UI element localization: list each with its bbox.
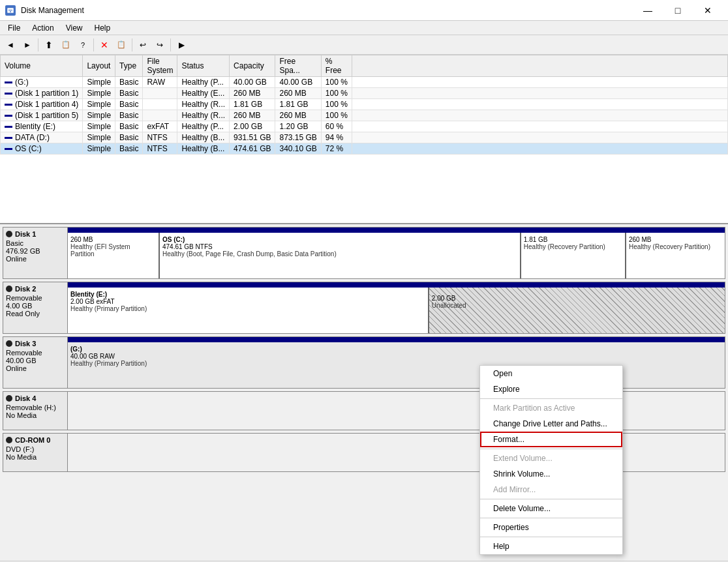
window-controls: — □ ✕ xyxy=(633,0,723,21)
up-button[interactable]: ⬆ xyxy=(41,37,57,53)
forward-button[interactable]: ► xyxy=(20,37,35,53)
properties-button[interactable]: 📋 xyxy=(58,37,74,53)
disk3-status: Online xyxy=(6,364,65,372)
disk4-visual xyxy=(68,391,725,430)
col-extra xyxy=(352,55,727,77)
cell-type: Basic xyxy=(115,132,143,143)
cell-capacity: 474.61 GB xyxy=(230,143,275,155)
cell-volume: (Disk 1 partition 5) xyxy=(1,110,83,121)
cdrom0-type: DVD (F:) xyxy=(6,445,65,453)
context-menu: Open Explore Mark Partition as Active Ch… xyxy=(479,365,623,555)
disk4-status: No Media xyxy=(6,411,65,419)
cell-volume: DATA (D:) xyxy=(1,132,83,143)
ctx-format[interactable]: Format... xyxy=(480,432,622,447)
cell-free: 873.15 GB xyxy=(275,132,321,143)
cell-extra xyxy=(352,99,727,110)
cell-free: 340.10 GB xyxy=(275,143,321,155)
table-row[interactable]: DATA (D:) Simple Basic NTFS Healthy (B..… xyxy=(1,132,728,143)
undo-button[interactable]: ↩ xyxy=(135,37,151,53)
disk1-part1[interactable]: 260 MB Healthy (EFI System Partition xyxy=(68,233,160,278)
delete-button[interactable]: ✕ xyxy=(97,37,112,53)
maximize-button[interactable]: □ xyxy=(663,0,693,21)
col-volume: Volume xyxy=(1,55,83,77)
menu-file[interactable]: File xyxy=(3,22,25,34)
cell-pct: 60 % xyxy=(321,121,352,132)
disk2-unalloc[interactable]: 2.00 GB Unallocated xyxy=(429,288,725,333)
ctx-shrink[interactable]: Shrink Volume... xyxy=(480,466,622,482)
cell-capacity: 260 MB xyxy=(230,110,275,121)
disk1-part4[interactable]: 260 MB Healthy (Recovery Partition) xyxy=(626,233,725,278)
toolbar-separator-1 xyxy=(38,38,38,52)
cell-type: Basic xyxy=(115,77,143,88)
disk2-visual: Blentity (E:) 2.00 GB exFAT Healthy (Pri… xyxy=(68,282,725,334)
disk2-size: 4.00 GB xyxy=(6,302,65,310)
cell-volume: (G:) xyxy=(1,77,83,88)
ctx-help[interactable]: Help xyxy=(480,539,622,554)
cell-capacity: 40.00 GB xyxy=(230,77,275,88)
volume-table-section: Volume Layout Type File System Status Ca… xyxy=(0,55,728,224)
col-free: Free Spa... xyxy=(275,55,321,77)
ctx-sep5 xyxy=(480,537,622,537)
disk4-name: Disk 4 xyxy=(15,394,36,402)
ctx-sep3 xyxy=(480,499,622,499)
disk3-part1[interactable]: (G:) 40.00 GB RAW Healthy (Primary Parti… xyxy=(68,342,725,388)
ctx-sep4 xyxy=(480,518,622,518)
col-status: Status xyxy=(177,55,230,77)
cell-pct: 100 % xyxy=(321,99,352,110)
cell-layout: Simple xyxy=(83,143,115,155)
cell-free: 1.20 GB xyxy=(275,121,321,132)
redo-button[interactable]: ↪ xyxy=(152,37,168,53)
cell-type: Basic xyxy=(115,110,143,121)
table-row[interactable]: (G:) Simple Basic RAW Healthy (P... 40.0… xyxy=(1,77,728,88)
ctx-extend: Extend Volume... xyxy=(480,451,622,466)
table-row[interactable]: (Disk 1 partition 5) Simple Basic Health… xyxy=(1,110,728,121)
ctx-sep2 xyxy=(480,449,622,449)
close-button[interactable]: ✕ xyxy=(693,0,723,21)
cell-layout: Simple xyxy=(83,88,115,99)
cell-extra xyxy=(352,132,727,143)
menu-action[interactable]: Action xyxy=(27,22,59,34)
ctx-explore[interactable]: Explore xyxy=(480,381,622,397)
cdrom0-name: CD-ROM 0 xyxy=(15,436,50,444)
disk1-part3[interactable]: 1.81 GB Healthy (Recovery Partition) xyxy=(521,233,626,278)
toolbar: ◄ ► ⬆ 📋 ? ✕ 📋 ↩ ↪ ▶ xyxy=(0,35,728,55)
toolbar-separator-4 xyxy=(170,38,171,52)
disk4-type: Removable (H:) xyxy=(6,404,65,411)
ctx-delete[interactable]: Delete Volume... xyxy=(480,501,622,516)
cell-free: 260 MB xyxy=(275,110,321,121)
run-button[interactable]: ▶ xyxy=(174,37,189,53)
cell-capacity: 2.00 GB xyxy=(230,121,275,132)
cell-status: Healthy (P... xyxy=(177,121,230,132)
help-toolbar-button[interactable]: ? xyxy=(75,37,91,53)
table-row[interactable]: OS (C:) Simple Basic NTFS Healthy (B... … xyxy=(1,143,728,155)
ctx-sep1 xyxy=(480,398,622,399)
table-row[interactable]: (Disk 1 partition 1) Simple Basic Health… xyxy=(1,88,728,99)
disk2-info: Disk 2 Removable 4.00 GB Read Only xyxy=(3,282,68,334)
menu-help[interactable]: Help xyxy=(89,22,116,34)
menu-view[interactable]: View xyxy=(61,22,88,34)
disk2-name: Disk 2 xyxy=(15,285,36,293)
ctx-change-letter[interactable]: Change Drive Letter and Paths... xyxy=(480,416,622,432)
disk1-info: Disk 1 Basic 476.92 GB Online xyxy=(3,227,68,279)
ctx-open[interactable]: Open xyxy=(480,366,622,381)
toolbar-separator-2 xyxy=(93,38,94,52)
table-row[interactable]: (Disk 1 partition 4) Simple Basic Health… xyxy=(1,99,728,110)
copy-button[interactable]: 📋 xyxy=(114,37,129,53)
disk1-part2[interactable]: OS (C:) 474.61 GB NTFS Healthy (Boot, Pa… xyxy=(160,233,521,278)
disk4-info: Disk 4 Removable (H:) No Media xyxy=(3,391,68,430)
cell-layout: Simple xyxy=(83,121,115,132)
col-layout: Layout xyxy=(83,55,115,77)
table-row[interactable]: Blentity (E:) Simple Basic exFAT Healthy… xyxy=(1,121,728,132)
app-icon xyxy=(5,5,16,16)
cell-filesystem: RAW xyxy=(143,77,177,88)
cell-pct: 94 % xyxy=(321,132,352,143)
minimize-button[interactable]: — xyxy=(633,0,663,21)
disk2-row: Disk 2 Removable 4.00 GB Read Only Blent… xyxy=(3,282,725,334)
cell-filesystem xyxy=(143,99,177,110)
back-button[interactable]: ◄ xyxy=(3,37,18,53)
cell-capacity: 1.81 GB xyxy=(230,99,275,110)
disk1-name: Disk 1 xyxy=(15,230,36,238)
ctx-properties[interactable]: Properties xyxy=(480,520,622,535)
cell-layout: Simple xyxy=(83,132,115,143)
disk2-part1[interactable]: Blentity (E:) 2.00 GB exFAT Healthy (Pri… xyxy=(68,288,429,333)
